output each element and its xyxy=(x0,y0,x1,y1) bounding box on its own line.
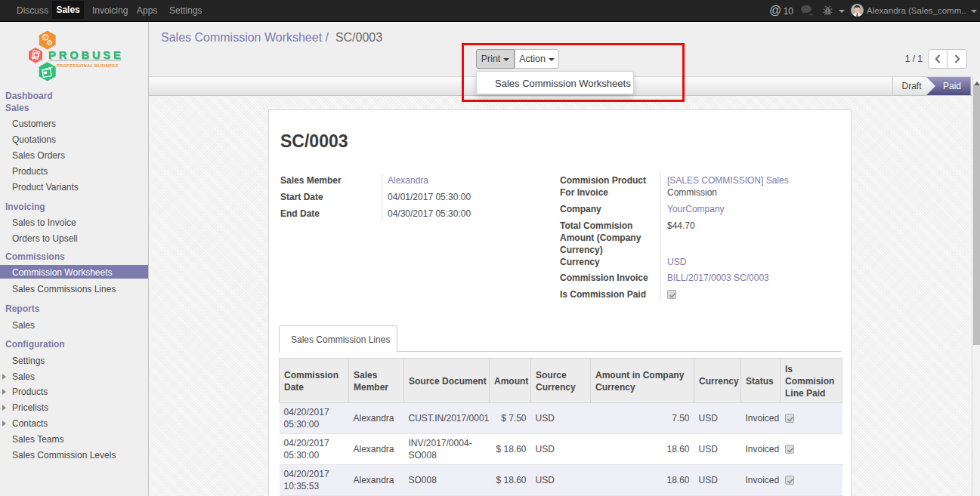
svg-text:PROFESSIONAL BUSINESS: PROFESSIONAL BUSINESS xyxy=(57,63,119,68)
svg-text:PROBUSE: PROBUSE xyxy=(48,49,124,61)
